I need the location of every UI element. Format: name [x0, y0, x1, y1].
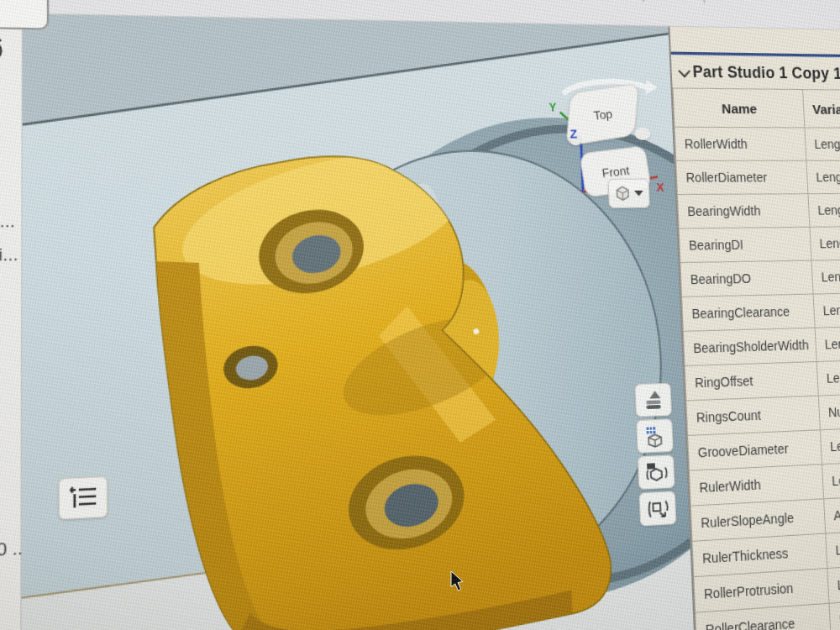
panel-title: Part Studio 1 Copy 1: [692, 63, 840, 83]
section-cube-icon: [644, 460, 669, 485]
variable-name-cell[interactable]: BearingSholderWidth: [683, 328, 816, 365]
exploded-view-button[interactable]: [639, 491, 677, 526]
named-views-button[interactable]: [636, 418, 674, 453]
toolbar-separator: [642, 0, 645, 2]
variables-panel: Part Studio 1 Copy 1 Name Varia RollerWi…: [668, 27, 840, 630]
list-icon: [68, 485, 98, 511]
toolbar-separator: [702, 0, 706, 3]
chevron-down-icon: [634, 191, 643, 197]
variable-type-cell[interactable]: Length: [815, 325, 840, 361]
column-header-variable[interactable]: Varia: [803, 90, 840, 129]
cube-icon: [614, 184, 631, 202]
view-cube-top-label: Top: [592, 107, 612, 123]
variable-name-cell[interactable]: BearingClearance: [682, 294, 815, 331]
variable-name-cell[interactable]: RingOffset: [685, 362, 818, 401]
search-input[interactable]: [0, 0, 47, 28]
variable-type-cell[interactable]: Length: [813, 292, 840, 328]
variable-type-cell[interactable]: Angle: [824, 494, 840, 533]
variables-table: Name Varia RollerWidthLengthRollerDiamet…: [673, 87, 840, 630]
exploded-cube-icon: [645, 496, 669, 521]
axis-y-label: Y: [549, 101, 556, 113]
column-header-name[interactable]: Name: [673, 88, 805, 128]
graphics-viewport[interactable]: Top Front Y Z X: [21, 13, 696, 630]
toolbar-separator: [580, 0, 582, 1]
photographed-monitor: anceDiamet...ClearanceDi... Diameter = 0…: [0, 0, 840, 630]
variables-table-body: RollerWidthLengthRollerDiameterLengthBea…: [675, 127, 840, 630]
variable-type-cell[interactable]: Length: [808, 193, 840, 227]
axis-x-label: X: [656, 181, 664, 194]
view-cube-front-label: Front: [601, 163, 630, 180]
variable-row[interactable]: BearingWidthLength: [677, 193, 840, 228]
variable-type-cell[interactable]: Length: [816, 359, 840, 396]
variable-row[interactable]: BearingSholderWidthLength: [683, 325, 840, 365]
chevron-down-icon[interactable]: [678, 65, 690, 77]
section-view-button[interactable]: [638, 454, 675, 490]
views-cube-icon: [643, 424, 666, 448]
display-options-button[interactable]: [634, 383, 672, 417]
variable-type-cell[interactable]: Length: [806, 160, 840, 193]
variable-type-cell[interactable]: Length: [810, 226, 840, 260]
rotate-arrow-icon: [645, 80, 658, 94]
feature-list-panel: anceDiamet...ClearanceDi... Diameter = 0…: [0, 12, 23, 630]
variable-name-cell[interactable]: RingsCount: [686, 396, 820, 435]
variable-row[interactable]: BearingClearanceLength: [682, 292, 840, 332]
variable-row[interactable]: BearingDILength: [679, 226, 840, 262]
variable-type-cell[interactable]: Length: [820, 426, 840, 464]
variable-row[interactable]: RollerWidthLength: [675, 127, 840, 160]
variable-row[interactable]: BearingDOLength: [680, 259, 840, 297]
variable-name-cell[interactable]: BearingWidth: [677, 194, 809, 228]
variable-type-cell[interactable]: Length: [827, 563, 840, 603]
stopwatch-icon[interactable]: [0, 34, 5, 66]
variable-type-cell[interactable]: Number: [818, 392, 840, 430]
view-options-button[interactable]: [607, 179, 649, 208]
feature-flyout-button[interactable]: [59, 476, 108, 520]
view-cube-corner[interactable]: [634, 128, 651, 140]
variable-type-cell[interactable]: Length: [811, 259, 840, 294]
variable-row[interactable]: RollerDiameterLength: [676, 160, 840, 194]
viewport-tool-stack: [634, 383, 676, 527]
main-body: anceDiamet...ClearanceDi... Diameter = 0…: [0, 12, 840, 630]
variable-row[interactable]: RingOffsetLength: [685, 359, 840, 401]
appearance-icon: [642, 388, 664, 412]
variables-panel-header[interactable]: Part Studio 1 Copy 1: [671, 55, 840, 90]
feature-panel-toolbar: [0, 34, 5, 66]
panel-top-gap: [669, 27, 840, 55]
variable-row[interactable]: RingsCountNumber: [686, 392, 840, 435]
variable-name-cell[interactable]: RollerWidth: [675, 127, 806, 160]
axis-z-label: Z: [570, 127, 577, 140]
cad-app-window: anceDiamet...ClearanceDi... Diameter = 0…: [0, 0, 840, 630]
variable-name-cell[interactable]: BearingDO: [680, 260, 813, 297]
variable-name-cell[interactable]: RollerDiameter: [676, 160, 808, 194]
feature-search[interactable]: [0, 0, 49, 30]
variable-name-cell[interactable]: BearingDI: [679, 227, 811, 262]
variable-type-cell[interactable]: Length: [805, 128, 840, 160]
variables-table-header-row: Name Varia: [673, 88, 840, 128]
variable-type-cell[interactable]: Length: [822, 460, 840, 499]
variable-type-cell[interactable]: Length: [826, 528, 840, 569]
